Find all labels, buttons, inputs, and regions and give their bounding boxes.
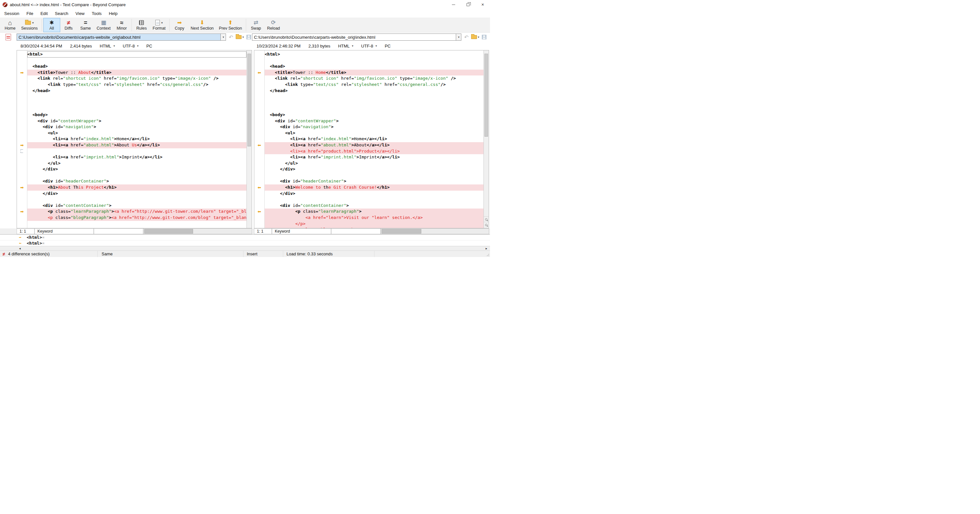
code-line[interactable]: <link type="text/css" rel="stylesheet" h…	[265, 82, 484, 88]
left-vertical-scrollbar[interactable]	[247, 51, 252, 228]
diff-section-marker-icon[interactable]: ➡	[20, 70, 24, 75]
right-path-input[interactable]: C:\Users\brunobrito\Documents\carparts-w…	[252, 33, 456, 41]
left-path-input[interactable]: C:\Users\brunobrito\Documents\carparts-w…	[17, 33, 221, 41]
restore-button[interactable]	[461, 0, 475, 9]
code-line[interactable]: </div>	[27, 190, 247, 197]
code-line[interactable]: <div id="contentWrapper">	[265, 118, 484, 124]
code-line[interactable]	[27, 148, 247, 154]
right-path-dropdown-button[interactable]: ▾	[456, 33, 461, 41]
diff-section-marker-icon[interactable]: ➡	[20, 209, 24, 214]
code-line[interactable]: <li><a href="index.html">Home</a></li>	[265, 136, 484, 142]
diff-section-marker-icon[interactable]: ➡	[20, 185, 24, 190]
diff-section-marker-icon[interactable]: ⬅	[258, 185, 261, 190]
code-line[interactable]: <body>	[265, 112, 484, 118]
diff-section-marker-icon[interactable]: ⬅	[258, 143, 261, 148]
chevron-down-icon[interactable]: ▾	[32, 21, 34, 24]
all-button[interactable]: ✱ All	[43, 18, 60, 32]
code-line[interactable]	[265, 106, 484, 112]
code-line[interactable]: <div id="contentContainer">	[265, 203, 484, 209]
code-line[interactable]: <title>Tower :: Home</title>	[265, 70, 484, 76]
right-line-ending[interactable]: PC	[385, 44, 391, 48]
code-line[interactable]	[265, 197, 484, 203]
code-line[interactable]: <div id="navigation">	[27, 124, 247, 130]
detail-horizontal-scrollbar[interactable]: ◂ ▸	[0, 246, 490, 251]
right-vertical-scrollbar[interactable]	[484, 51, 489, 228]
scroll-right-button[interactable]: ▸	[484, 246, 489, 251]
same-button[interactable]: = Same	[77, 18, 94, 32]
code-line[interactable]: <div id="headerContainer">	[27, 178, 247, 184]
code-line[interactable]: <p class="blogParagraph">	[265, 227, 484, 228]
reload-button[interactable]: ⟳ Reload	[264, 18, 283, 32]
diff-section-marker-icon[interactable]: ⬅	[258, 70, 261, 75]
sessions-button[interactable]: ▾ Sessions	[19, 18, 40, 32]
left-line-detail[interactable]: ➡ <html>¤	[0, 235, 490, 240]
code-line[interactable]: </p>	[265, 221, 484, 227]
code-line[interactable]	[27, 57, 247, 64]
code-line[interactable]: <html>	[27, 51, 247, 57]
code-line[interactable]: <h1>Welcome to the Git Crash Course!</h1…	[265, 184, 484, 190]
code-line[interactable]	[27, 106, 247, 112]
menu-edit[interactable]: Edit	[37, 9, 51, 17]
right-line-detail[interactable]: ⬅ <html>¤	[0, 240, 490, 246]
code-line[interactable]: <li><a href="about.html">About Us</a></l…	[27, 142, 247, 148]
right-format-dropdown[interactable]: HTML▾	[338, 44, 353, 48]
code-line[interactable]: <html>	[265, 51, 484, 57]
right-browse-button[interactable]: ▾	[471, 33, 479, 41]
code-line[interactable]: </ul>	[27, 160, 247, 167]
swap-button[interactable]: ⇄ Swap	[247, 18, 264, 32]
rules-button[interactable]: Rules	[133, 18, 150, 32]
code-line[interactable]	[27, 94, 247, 100]
code-line[interactable]	[27, 100, 247, 106]
code-line[interactable]: <ul>	[27, 130, 247, 136]
code-line[interactable]: </head>	[27, 88, 247, 94]
diff-section-marker-icon[interactable]: ➡	[20, 143, 24, 148]
right-save-button[interactable]	[481, 33, 487, 41]
code-line[interactable]	[265, 94, 484, 100]
code-line[interactable]: <body>	[27, 112, 247, 118]
prev-section-button[interactable]: ⬆ Prev Section	[216, 18, 245, 32]
code-line[interactable]: <ul>	[265, 130, 484, 136]
scrollbar-thumb[interactable]	[247, 54, 251, 146]
code-line[interactable]: <div id="contentWrapper">	[27, 118, 247, 124]
menu-session[interactable]: Session	[1, 9, 23, 17]
right-encoding-dropdown[interactable]: UTF-8▾	[361, 44, 377, 48]
code-line[interactable]: </ul>	[265, 160, 484, 167]
code-line[interactable]	[265, 100, 484, 106]
code-line[interactable]: <li><a href="product.html">Product</a></…	[265, 148, 484, 154]
code-line[interactable]: <head>	[265, 63, 484, 70]
code-line[interactable]: <div id="contentContainer">	[27, 203, 247, 209]
right-horizontal-scrollbar[interactable]	[380, 228, 489, 234]
zoom-button[interactable]	[484, 216, 489, 222]
left-encoding-dropdown[interactable]: UTF-8▾	[123, 44, 138, 48]
code-line[interactable]	[27, 197, 247, 203]
code-line[interactable]: </div>	[265, 166, 484, 173]
code-line[interactable]: <div id="navigation">	[265, 124, 484, 130]
app-icon[interactable]	[3, 2, 8, 7]
minor-button[interactable]: ≈ Minor	[113, 18, 130, 32]
chevron-down-icon[interactable]: ▾	[161, 21, 163, 24]
next-section-button[interactable]: ⬇ Next Section	[188, 18, 216, 32]
scroll-left-button[interactable]: ◂	[17, 246, 22, 251]
detail-view-button[interactable]	[484, 222, 489, 227]
left-path-dropdown-button[interactable]: ▾	[221, 33, 226, 41]
code-line[interactable]: <li><a href="imprint.html">Imprint</a></…	[27, 154, 247, 160]
code-line[interactable]: <head>	[27, 63, 247, 70]
close-button[interactable]: ×	[475, 0, 490, 9]
home-button[interactable]: ⌂ Home	[2, 18, 19, 32]
menu-tools[interactable]: Tools	[88, 9, 105, 17]
diff-section-marker-icon[interactable]: ⬅	[258, 209, 261, 214]
copy-button[interactable]: ➡ Copy	[171, 18, 188, 32]
code-line[interactable]: <li><a href="index.html">Home</a></li>	[27, 136, 247, 142]
menu-view[interactable]: View	[72, 9, 88, 17]
left-revert-button[interactable]: ↶	[228, 33, 234, 41]
code-line[interactable]	[265, 173, 484, 179]
code-line[interactable]: <link rel="shortcut icon" href="img/favi…	[27, 76, 247, 82]
left-save-button[interactable]	[245, 33, 252, 41]
code-line[interactable]: <li><a href="about.html">About</a></li>	[265, 142, 484, 148]
code-line[interactable]: <title>Tower :: About</title>	[27, 70, 247, 76]
left-code-view[interactable]: <html> <head> <title>Tower :: About</tit…	[27, 51, 247, 228]
code-line[interactable]: <link type="text/css" rel="stylesheet" h…	[27, 82, 247, 88]
context-button[interactable]: ▦ Context	[94, 18, 113, 32]
code-line[interactable]: <h1>About This Project</h1>	[27, 184, 247, 190]
left-horizontal-scrollbar[interactable]	[143, 228, 252, 234]
